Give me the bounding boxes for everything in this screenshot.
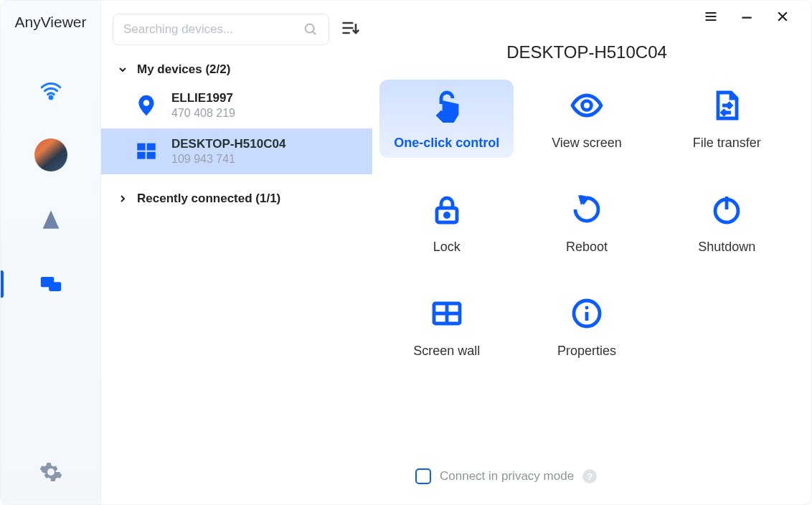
svg-point-3 (306, 24, 314, 33)
action-label: Shutdown (698, 240, 755, 255)
action-label: Lock (433, 240, 461, 255)
svg-point-31 (585, 306, 589, 310)
sort-icon (341, 18, 361, 38)
privacy-checkbox[interactable] (415, 468, 431, 484)
device-row-desktop[interactable]: DESKTOP-H510C04 109 943 741 (101, 128, 372, 174)
windows-icon (134, 139, 159, 164)
reboot-icon (570, 192, 604, 227)
action-lock[interactable]: Lock (379, 184, 514, 262)
close-button[interactable] (775, 9, 790, 27)
device-id: 470 408 219 (171, 107, 235, 120)
action-file-transfer[interactable]: File transfer (660, 80, 794, 158)
svg-rect-2 (49, 282, 61, 291)
search-box (113, 14, 329, 45)
device-name: DESKTOP-H510C04 (171, 137, 285, 151)
group-recent[interactable]: Recently connected (1/1) (101, 174, 372, 212)
action-label: One-click control (394, 136, 499, 151)
nav-profile[interactable] (1, 123, 100, 187)
action-view-screen[interactable]: View screen (519, 80, 653, 158)
device-row-ellie[interactable]: ELLIE1997 470 408 219 (101, 82, 372, 128)
location-pin-icon (134, 93, 159, 118)
chevron-right-icon (117, 193, 128, 204)
search-input[interactable] (123, 22, 303, 37)
action-label: Screen wall (413, 344, 480, 359)
privacy-row: Connect in privacy mode ? (379, 461, 794, 504)
info-icon (570, 296, 604, 331)
tap-icon (430, 88, 464, 123)
svg-line-4 (313, 32, 316, 34)
svg-rect-12 (147, 152, 156, 159)
grid-icon (430, 296, 464, 331)
right-pane: DESKTOP-H510C04 One-click control View s… (372, 1, 811, 504)
action-properties[interactable]: Properties (519, 288, 653, 366)
hamburger-icon (704, 9, 718, 24)
file-transfer-icon (709, 88, 744, 123)
sort-button[interactable] (341, 18, 361, 41)
svg-point-8 (143, 100, 150, 106)
svg-point-23 (445, 213, 448, 217)
action-label: View screen (552, 136, 622, 151)
group-label: Recently connected (1/1) (137, 192, 280, 206)
svg-point-19 (582, 101, 592, 110)
eye-icon (570, 88, 604, 123)
minimize-button[interactable] (740, 9, 754, 27)
device-name: ELLIE1997 (171, 91, 235, 105)
nav-mirror[interactable] (1, 187, 100, 252)
monitors-icon (39, 272, 63, 296)
device-id: 109 943 741 (171, 153, 285, 166)
svg-rect-10 (147, 143, 156, 151)
window-controls (379, 1, 794, 35)
nav-connect[interactable] (1, 58, 100, 123)
action-label: File transfer (693, 136, 761, 151)
minimize-icon (740, 9, 754, 24)
group-label: My devices (2/2) (137, 62, 230, 77)
action-screen-wall[interactable]: Screen wall (379, 288, 514, 366)
power-icon (709, 192, 744, 227)
action-label: Properties (557, 344, 616, 359)
chevron-down-icon (117, 64, 128, 75)
nav-devices[interactable] (1, 252, 100, 316)
devices-column: My devices (2/2) ELLIE1997 470 408 219 (101, 1, 372, 504)
gear-icon (39, 460, 63, 484)
wifi-icon (39, 78, 63, 103)
group-my-devices[interactable]: My devices (2/2) (101, 45, 372, 82)
svg-point-0 (49, 96, 52, 99)
lock-icon (430, 192, 464, 227)
menu-button[interactable] (704, 9, 718, 27)
action-shutdown[interactable]: Shutdown (660, 184, 794, 262)
help-icon[interactable]: ? (582, 469, 597, 483)
search-icon (303, 22, 318, 37)
brand-label: AnyViewer (15, 14, 87, 31)
action-one-click-control[interactable]: One-click control (379, 80, 514, 158)
selected-device-title: DESKTOP-H510C04 (379, 42, 794, 62)
privacy-label: Connect in privacy mode (440, 469, 574, 483)
action-label: Reboot (566, 240, 608, 255)
svg-rect-11 (137, 152, 145, 159)
sidebar: AnyViewer (1, 1, 101, 504)
action-grid: One-click control View screen File trans… (379, 80, 794, 366)
action-reboot[interactable]: Reboot (519, 184, 653, 262)
nav-settings[interactable] (1, 440, 100, 504)
avatar-icon (34, 138, 67, 171)
close-icon (775, 9, 790, 24)
svg-rect-9 (137, 143, 145, 151)
mirror-icon (39, 207, 63, 232)
